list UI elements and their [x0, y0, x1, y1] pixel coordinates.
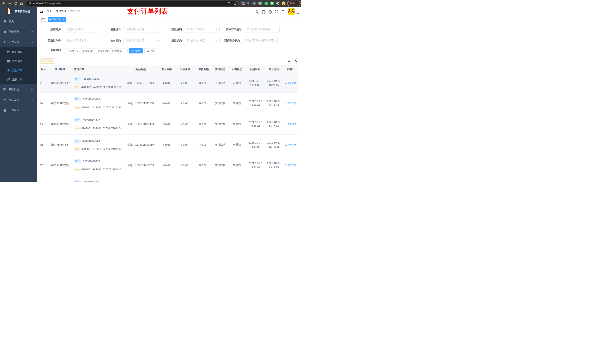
reset-button[interactable]: 重置	[144, 48, 157, 53]
col-header-11: 操作	[287, 65, 292, 73]
sidebar-item-5[interactable]: ¥支付订单	[0, 66, 37, 75]
font-size-icon[interactable]	[280, 7, 284, 16]
browser-back-icon[interactable]	[1, 1, 6, 6]
sidebar-item-1[interactable]: 系统管理	[0, 27, 37, 37]
browser-forward-icon[interactable]	[8, 1, 12, 6]
sidebar-item-3[interactable]: 商户信息	[0, 47, 37, 57]
menu-label: 支付订单	[12, 66, 22, 75]
sidebar-logo[interactable]: 芋道管理系统	[0, 7, 37, 16]
filter-date-range[interactable]: 2021-10-01 00:00:00 - 2021-10-31 23:59:5…	[63, 48, 128, 53]
breadcrumb-home[interactable]: 首页	[47, 10, 52, 13]
cell-title: 标题：1635312124656	[127, 81, 154, 85]
pay-order-no: 4200001181202110277723215336	[81, 106, 121, 109]
extension-gem-icon[interactable]	[246, 1, 250, 6]
filter-select-callback-status[interactable]: 请选择订单回调商户状态	[242, 37, 278, 44]
sidebar-item-7[interactable]: 基础设施	[0, 84, 37, 95]
cell-amount: ¥ 0.01	[163, 164, 170, 167]
cell-refund: ¥ 0.00	[199, 164, 207, 167]
browser-url-bar[interactable]: localhost:1024/pay/order	[26, 1, 237, 6]
sidebar-item-0[interactable]: 首页	[0, 16, 37, 27]
date-end-value[interactable]: 2021-10-31 23:59:59	[98, 49, 122, 52]
filter-select-pay-status[interactable]: 请选择支付状态	[123, 37, 161, 44]
view-detail-link[interactable]: 查看详情	[285, 123, 296, 126]
share-icon[interactable]	[227, 1, 231, 6]
date-start-value[interactable]: 2021-10-01 00:00:00	[68, 49, 93, 52]
merchant-tag: 商户	[74, 118, 81, 122]
pay-date: 2021-10-27	[267, 79, 280, 83]
cell-channel: 微信 JSAPI 支付	[51, 143, 70, 146]
cell-pay-time: 2021-10-2713:22:15	[267, 79, 280, 87]
sidebar-item-4[interactable]: 应用信息	[0, 57, 37, 66]
svg-text:y: y	[266, 2, 267, 5]
tab-pay-order[interactable]: 支付订单 ×	[48, 17, 66, 22]
create-time: 13:19:09	[250, 104, 260, 108]
filter-select-app[interactable]: 请选择应用信息	[123, 26, 161, 33]
cell-title: 标题：1635311468233	[128, 164, 154, 167]
sidebar: 芋道管理系统 首页系统管理¥支付管理商户信息应用信息¥支付订单退款订单基础设施研…	[0, 7, 37, 182]
view-detail-link[interactable]: 查看详情	[285, 81, 296, 84]
avatar[interactable]	[288, 8, 294, 15]
profile-emoji-icon[interactable]	[281, 1, 286, 6]
extensions-puzzle-icon[interactable]	[275, 1, 280, 6]
col-header-2: 支付订单	[74, 65, 85, 73]
bookmark-star-icon[interactable]	[233, 1, 237, 6]
extension-command-icon[interactable]: ⌘	[252, 1, 256, 6]
filter-label-merchant: 所属商户	[37, 26, 61, 33]
caret-down-icon[interactable]	[297, 13, 299, 14]
table-row-4: 17微信 JSAPI 支付商户1635311468233支付4200001194…	[40, 155, 298, 176]
fullscreen-icon[interactable]	[275, 7, 278, 16]
pay-tag: 支付	[74, 167, 81, 171]
extension-y-icon[interactable]: y	[264, 1, 269, 6]
create-time: 13:17:03	[250, 145, 260, 149]
cell-order: 商户1635311468233支付42000011942021102767521…	[74, 159, 121, 171]
filter-input-merchant[interactable]: 请选择所属商户	[63, 26, 98, 33]
cell-refund: ¥ 0.00	[199, 82, 207, 84]
filter-select-channel-code[interactable]: 请输入渠道编码	[184, 26, 220, 33]
pay-date: 2021-10-27	[267, 141, 280, 145]
extension-record-icon[interactable]	[258, 1, 262, 6]
logo-rabbit-image	[6, 8, 12, 14]
github-icon[interactable]	[262, 7, 266, 16]
browser-menu-icon[interactable]	[298, 2, 299, 5]
placeholder-text: 请选择应用信息	[126, 28, 144, 31]
annotation-title: 支付订单列表	[127, 8, 168, 15]
breadcrumb-pay[interactable]: 支付管理	[56, 10, 66, 13]
sidebar-item-8[interactable]: 研发工具	[0, 95, 37, 105]
view-detail-link[interactable]: 查看详情	[285, 143, 296, 146]
cell-status: 支付成功	[215, 164, 225, 167]
hamburger-icon[interactable]	[40, 10, 43, 13]
toolbox-icon	[3, 98, 6, 101]
extension-colorpick-icon[interactable]: 10	[241, 1, 245, 6]
search-button[interactable]: 搜索	[129, 48, 143, 53]
view-detail-link[interactable]: 查看详情	[285, 164, 296, 167]
pay-time: 13:17:08	[269, 145, 279, 149]
col-header-3: 商品标题	[136, 65, 146, 73]
filter-input-channel-order-no[interactable]: 请输入渠道订单号	[63, 37, 98, 44]
chevron-down-icon	[273, 40, 275, 41]
cell-title: 标题：1635311949168	[128, 102, 154, 105]
refresh-button[interactable]	[294, 58, 299, 64]
filter-input-merchant-order-no[interactable]: 请输入商户订单编号	[244, 26, 280, 33]
tab-home[interactable]: 首页	[40, 17, 47, 22]
export-button[interactable]: 导出	[40, 58, 54, 64]
briefcase-icon	[3, 109, 6, 112]
active-tab-dot	[49, 19, 51, 20]
view-detail-link[interactable]: 查看详情	[285, 102, 296, 105]
browser-update-button[interactable]: 更新	[287, 1, 301, 6]
cell-create-time: 2021-10-2713:18:02	[248, 120, 262, 129]
extension-card-icon[interactable]	[270, 1, 274, 6]
help-icon[interactable]: ?	[268, 7, 272, 16]
browser-reload-icon[interactable]	[13, 1, 18, 6]
col-header-6: 退款金额	[198, 65, 209, 73]
sidebar-item-9[interactable]: 工作流程	[0, 105, 37, 115]
table-row-3: 18微信 JSAPI 支付商户1635311823086支付4200001167…	[40, 135, 298, 155]
tab-close-icon[interactable]: ×	[62, 18, 64, 21]
tab-label: 支付订单	[52, 18, 61, 21]
browser-home-icon[interactable]	[19, 1, 24, 6]
sidebar-item-6[interactable]: 退款订单	[0, 75, 37, 84]
sidebar-item-2[interactable]: ¥支付管理	[0, 37, 37, 47]
filter-select-refund-status[interactable]: 请选择退款状态	[184, 37, 220, 44]
site-info-icon[interactable]	[28, 1, 31, 5]
toggle-search-button[interactable]	[287, 58, 292, 64]
header-search-icon[interactable]	[255, 7, 259, 16]
